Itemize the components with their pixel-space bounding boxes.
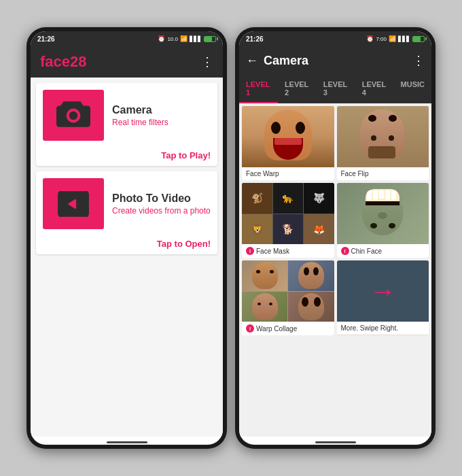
face-mask-image: 🐒 🐆 🐺 🦁 🐕 🦊	[242, 183, 334, 244]
chin-face-label: ! Chin Face	[337, 244, 429, 258]
arrow-right-icon: →	[369, 276, 396, 307]
wifi-icon: 📶	[180, 35, 188, 42]
grid-row-2: 🐒 🐆 🐺 🦁 🐕 🦊 ! Face Mask	[242, 183, 429, 258]
battery-icon-right	[412, 36, 425, 42]
app2-menu-button[interactable]: ⋮	[412, 53, 425, 68]
camera-icon-box	[43, 90, 104, 141]
status-time-left: 21:26	[37, 35, 55, 43]
video-icon	[56, 187, 90, 221]
wifi-icon-r: 📶	[389, 35, 396, 42]
mask-img-1: 🐒	[242, 183, 272, 214]
home-indicator-left	[31, 437, 223, 445]
more-swipe-image: →	[337, 260, 429, 322]
video-subtitle: Create videos from a photo	[112, 206, 211, 216]
app2-header: ← Camera ⋮	[239, 46, 431, 75]
face-flip-image	[337, 106, 429, 167]
home-indicator-right	[239, 437, 431, 445]
face-mask-label: ! Face Mask	[242, 244, 334, 258]
grid-row-1: Face Warp	[242, 106, 429, 180]
warp-collage-pro-badge: !	[246, 324, 254, 333]
mask-img-3: 🐺	[304, 183, 334, 214]
header-left: ← Camera	[246, 54, 308, 68]
face-flip-cell[interactable]: Face Flip	[337, 106, 429, 180]
battery-icon-left	[204, 36, 216, 42]
warp-collage-image	[242, 260, 334, 322]
face-mask-cell[interactable]: 🐒 🐆 🐺 🦁 🐕 🦊 ! Face Mask	[242, 183, 334, 258]
alarm-icon-r: ⏰	[366, 35, 374, 42]
app1-header: face28 ⋮	[31, 46, 223, 78]
phone-right: 21:26 ⏰ 7:00 📶 ▋▋▋ ← Camera ⋮ LEVEL 1 LE…	[235, 27, 436, 449]
camera-tap-label[interactable]: Tap to Play!	[36, 148, 217, 166]
network-icon: 10.0	[167, 36, 178, 42]
grid-row-3: ! Warp Collage → More. Swipe Right.	[242, 260, 429, 335]
camera-screen-title: Camera	[264, 54, 308, 68]
collage-img-3	[242, 292, 287, 322]
signal-icon-r: ▋▋▋	[398, 36, 410, 42]
tab-music[interactable]: MUSIC	[394, 75, 431, 103]
status-icons-left: ⏰ 10.0 📶 ▋▋▋	[158, 35, 216, 42]
collage-img-2	[288, 260, 334, 291]
tab-level3[interactable]: LEVEL 3	[317, 75, 355, 103]
mask-img-2: 🐆	[273, 183, 304, 214]
video-icon-box	[43, 178, 104, 229]
more-swipe-label: More. Swipe Right.	[337, 322, 429, 335]
face-warp-cell[interactable]: Face Warp	[242, 106, 334, 180]
warp-collage-label: ! Warp Collage	[242, 322, 334, 335]
back-button[interactable]: ←	[246, 54, 258, 68]
status-bar-right: 21:26 ⏰ 7:00 📶 ▋▋▋	[239, 31, 431, 46]
camera-subtitle: Real time filters	[112, 118, 168, 127]
tab-level4[interactable]: LEVEL 4	[355, 75, 394, 103]
warp-collage-cell[interactable]: ! Warp Collage	[242, 260, 334, 335]
status-bar-left: 21:26 ⏰ 10.0 📶 ▋▋▋	[31, 31, 223, 46]
mask-img-4: 🦁	[242, 214, 272, 245]
tab-level2[interactable]: LEVEL 2	[278, 75, 317, 103]
app-title: face28	[40, 53, 87, 71]
video-tap-label[interactable]: Tap to Open!	[36, 236, 217, 254]
video-title: Photo To Video	[112, 192, 211, 205]
chin-face-image	[337, 183, 429, 244]
status-time-right: 21:26	[246, 35, 264, 43]
camera-icon	[56, 99, 90, 133]
camera-card[interactable]: Camera Real time filters Tap to Play!	[36, 83, 217, 166]
camera-text: Camera Real time filters	[104, 104, 168, 127]
mask-img-6: 🦊	[304, 214, 334, 245]
app1-content: Camera Real time filters Tap to Play!	[31, 78, 223, 437]
face-warp-label: Face Warp	[242, 167, 334, 180]
face-flip-label: Face Flip	[337, 167, 429, 180]
collage-img-4	[288, 292, 334, 322]
camera-title: Camera	[112, 104, 168, 116]
chin-face-pro-badge: !	[341, 247, 349, 255]
network-icon-r: 7:00	[376, 36, 387, 42]
photo-to-video-card[interactable]: Photo To Video Create videos from a phot…	[36, 171, 217, 254]
mask-img-5: 🐕	[273, 214, 304, 245]
filter-grid: Face Warp	[239, 103, 431, 437]
chin-face-cell[interactable]: ! Chin Face	[337, 183, 429, 258]
status-icons-right: ⏰ 7:00 📶 ▋▋▋	[366, 35, 425, 42]
face-warp-image	[242, 106, 334, 167]
video-text: Photo To Video Create videos from a phot…	[104, 192, 211, 216]
collage-img-1	[242, 260, 287, 291]
signal-icon: ▋▋▋	[190, 36, 202, 42]
app1-menu-button[interactable]: ⋮	[201, 54, 213, 69]
face-mask-pro-badge: !	[246, 247, 254, 255]
level-tabs: LEVEL 1 LEVEL 2 LEVEL 3 LEVEL 4 MUSIC	[239, 75, 431, 103]
more-swipe-cell[interactable]: → More. Swipe Right.	[337, 260, 429, 335]
phone-left: 21:26 ⏰ 10.0 📶 ▋▋▋ face28 ⋮	[26, 27, 227, 449]
alarm-icon: ⏰	[158, 35, 165, 42]
tab-level1[interactable]: LEVEL 1	[239, 75, 278, 103]
